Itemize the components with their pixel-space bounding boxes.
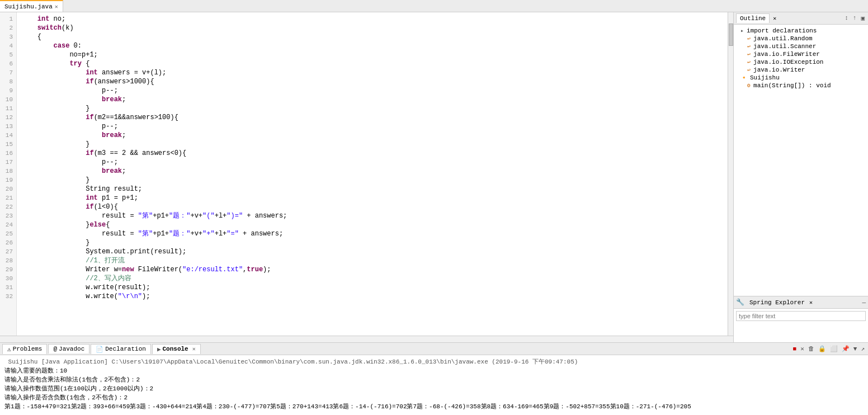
tab-javadoc-label: Javadoc (59, 346, 84, 352)
line-number: 12 (2, 113, 13, 122)
console-line: 第1题：-158+479=321第2题：393+66=459第3题：-430+6… (4, 402, 864, 411)
line-number: 16 (2, 149, 13, 158)
outline-icon: ↩ (747, 59, 751, 65)
file-tab-close[interactable]: ✕ (55, 3, 58, 10)
spring-tab-label[interactable]: Spring Explorer (746, 298, 808, 307)
tab-problems-label: Problems (13, 346, 43, 352)
line-number: 31 (2, 283, 13, 292)
console-terminated-line: Suijishu [Java Application] C:\Users\191… (4, 357, 864, 366)
line-number: 25 (2, 229, 13, 238)
editor-tab-bar: Suijishu.java ✕ (0, 0, 868, 12)
spring-minimize[interactable]: — (862, 299, 866, 306)
line-number: 28 (2, 256, 13, 265)
code-line: }else{ (21, 220, 723, 229)
line-number: 4 (2, 41, 13, 50)
console-line: 请输入需要的题数：10 (4, 366, 864, 375)
outline-item-suijishu-class[interactable]: 🔸Suijishu (736, 74, 866, 82)
tab-console[interactable]: ▶ Console ✕ (152, 344, 201, 354)
console-settings-icon[interactable]: ▼ (852, 345, 858, 353)
console-new-window-icon[interactable]: ↗ (860, 345, 866, 353)
spring-filter-input[interactable] (736, 311, 866, 321)
code-scroll-area[interactable]: 1234567891011121314151617181920212223242… (0, 12, 733, 336)
outline-icon: ↩ (747, 51, 751, 58)
spring-icon: 🔧 (736, 298, 744, 306)
console-line: 请输入是否包含乘法和除法(1包含，2不包含)：2 (4, 375, 864, 384)
outline-item-label: java.io.Writer (753, 67, 805, 73)
outline-item-java-io-filewriter[interactable]: ↩java.io.FileWriter (736, 50, 866, 58)
outline-tab-bar: Outline ✕ ↕ ↑ ▣ (734, 12, 868, 25)
scrollbar-thumb[interactable] (729, 23, 733, 46)
bottom-tab-bar: ⚠ Problems @ Javadoc 📄 Declaration ▶ Con… (0, 343, 868, 355)
code-line: int p1 = p+1; (21, 194, 723, 202)
line-number: 26 (2, 238, 13, 247)
code-hscroll[interactable] (0, 336, 733, 342)
line-numbers: 1234567891011121314151617181920212223242… (0, 12, 17, 336)
tab-problems[interactable]: ⚠ Problems (2, 344, 47, 354)
outline-tab-close[interactable]: ✕ (772, 15, 777, 22)
outline-item-label: java.util.Scanner (753, 43, 816, 50)
outline-item-label: java.util.Random (753, 35, 813, 42)
bottom-panel: ⚠ Problems @ Javadoc 📄 Declaration ▶ Con… (0, 342, 868, 415)
line-number: 18 (2, 167, 13, 176)
spring-tab-bar: 🔧 Spring Explorer ✕ — (734, 296, 868, 309)
line-number: 8 (2, 77, 13, 86)
line-number: 9 (2, 86, 13, 95)
line-number: 6 (2, 59, 13, 68)
code-content[interactable]: int no; switch(k) { case 0: no=p+1; try … (17, 12, 728, 336)
outline-icon-collapse[interactable]: ▣ (860, 14, 866, 22)
outline-content: ▸import declarations↩java.util.Random↩ja… (734, 25, 868, 296)
code-line: { (21, 32, 723, 41)
outline-item-java-util-random[interactable]: ↩java.util.Random (736, 35, 866, 43)
line-number: 17 (2, 158, 13, 167)
outline-icon: 🔸 (740, 74, 747, 81)
spring-content (734, 309, 868, 342)
console-scroll-lock-icon[interactable]: 🔒 (817, 345, 827, 353)
outline-icon: ▸ (740, 27, 744, 34)
outline-icon-up[interactable]: ↑ (852, 14, 858, 22)
spring-tab-close[interactable]: ✕ (808, 299, 814, 306)
outline-icon: ↩ (747, 43, 751, 50)
outline-item-java-io-writer[interactable]: ↩java.io.Writer (736, 66, 866, 74)
outline-item-java-util-scanner[interactable]: ↩java.util.Scanner (736, 43, 866, 50)
code-line: } (21, 140, 723, 149)
code-line: w.write("\r\n"); (21, 292, 723, 301)
outline-item-label: import declarations (747, 27, 817, 34)
code-line: case 0: (21, 41, 723, 50)
line-number: 19 (2, 176, 13, 185)
line-number: 11 (2, 104, 13, 113)
console-terminate-icon[interactable]: ✕ (799, 345, 805, 353)
file-tab-label: Suijishu.java (4, 3, 53, 10)
code-line: if(l<0){ (21, 202, 723, 211)
console-content: Suijishu [Java Application] C:\Users\191… (0, 355, 868, 415)
line-number: 24 (2, 220, 13, 229)
outline-icon-sort[interactable]: ↕ (843, 14, 850, 22)
tab-declaration[interactable]: 📄 Declaration (91, 344, 151, 354)
line-number: 21 (2, 194, 13, 202)
line-number: 32 (2, 292, 13, 301)
code-editor: 1234567891011121314151617181920212223242… (0, 12, 734, 342)
console-maximize-icon[interactable]: ⬜ (829, 345, 839, 353)
outline-item-java-io-ioexception[interactable]: ↩java.io.IOException (736, 58, 866, 66)
outline-item-main-method[interactable]: ⚙main(String[]) : void (736, 82, 866, 89)
editor-scrollbar[interactable] (728, 12, 733, 336)
right-panel: Outline ✕ ↕ ↑ ▣ ▸import declarations↩jav… (734, 12, 868, 342)
tab-declaration-label: Declaration (105, 346, 146, 352)
file-tab[interactable]: Suijishu.java ✕ (0, 0, 63, 12)
declaration-icon: 📄 (96, 346, 103, 353)
console-tab-close[interactable]: ✕ (192, 346, 196, 352)
console-stop-icon[interactable]: ■ (792, 345, 798, 353)
console-clear-icon[interactable]: 🗑 (807, 345, 815, 353)
outline-tab[interactable]: Outline (736, 13, 770, 23)
outline-item-label: java.io.IOException (753, 59, 823, 65)
console-pin-icon[interactable]: 📌 (841, 345, 851, 353)
outline-item-import-declarations[interactable]: ▸import declarations (736, 27, 866, 35)
code-line: if(m2==1&&answers>100){ (21, 113, 723, 122)
line-number: 10 (2, 95, 13, 104)
console-icon: ▶ (157, 346, 161, 353)
tab-javadoc[interactable]: @ Javadoc (48, 344, 89, 353)
javadoc-icon: @ (53, 346, 57, 352)
line-number: 2 (2, 23, 13, 32)
code-line: } (21, 238, 723, 247)
outline-item-label: java.io.FileWriter (753, 51, 820, 58)
line-number: 22 (2, 202, 13, 211)
